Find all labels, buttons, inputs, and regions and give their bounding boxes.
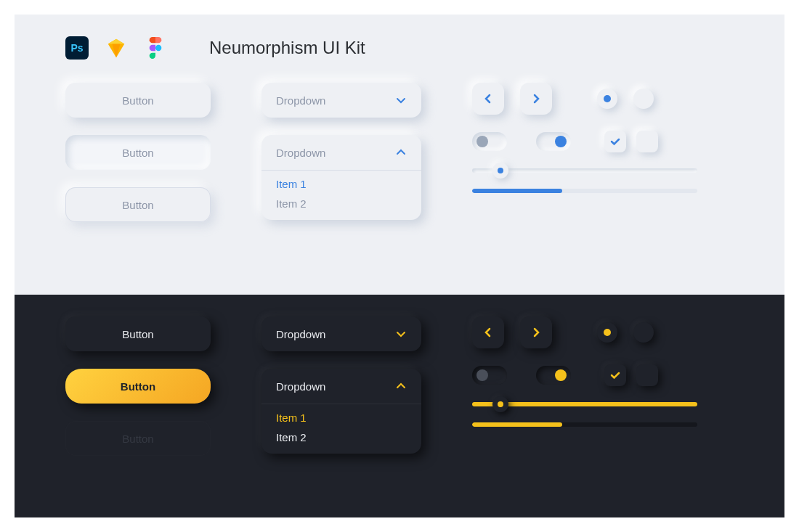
chevron-left-icon bbox=[482, 93, 494, 105]
chevron-down-icon bbox=[395, 328, 407, 340]
dark-theme-panel: Button Button Button Dropdown Dropdown bbox=[15, 295, 784, 517]
radio-unselected[interactable] bbox=[633, 322, 654, 343]
checkbox-unchecked[interactable] bbox=[636, 364, 658, 386]
dropdown-closed[interactable]: Dropdown bbox=[261, 316, 421, 351]
figma-icon bbox=[144, 36, 167, 60]
chevron-right-icon bbox=[530, 327, 542, 338]
dropdown-open[interactable]: Dropdown Item 1 Item 2 bbox=[261, 369, 421, 454]
light-theme-panel: Ps Neumorphism UI Kit Button Button bbox=[15, 15, 784, 295]
dropdown-item[interactable]: Item 2 bbox=[276, 190, 407, 210]
progress-fill bbox=[472, 422, 562, 427]
toggle-off[interactable] bbox=[472, 366, 507, 385]
button-outline[interactable]: Button bbox=[65, 187, 211, 222]
button-pressed[interactable]: Button bbox=[65, 135, 211, 170]
toggle-off[interactable] bbox=[472, 132, 507, 151]
checkbox-unchecked[interactable] bbox=[636, 131, 658, 152]
slider[interactable] bbox=[472, 402, 697, 406]
svg-point-3 bbox=[155, 45, 161, 51]
check-icon bbox=[609, 136, 621, 147]
progress-bar bbox=[472, 189, 697, 193]
chevron-left-icon bbox=[482, 327, 494, 338]
next-button[interactable] bbox=[520, 83, 552, 115]
chevron-up-icon bbox=[395, 380, 407, 392]
sketch-icon bbox=[105, 36, 128, 60]
chevron-down-icon bbox=[395, 94, 407, 106]
dropdown-label: Dropdown bbox=[276, 94, 325, 107]
slider[interactable] bbox=[472, 168, 697, 173]
check-icon bbox=[609, 369, 621, 381]
next-button[interactable] bbox=[520, 316, 552, 348]
kit-title: Neumorphism UI Kit bbox=[209, 38, 365, 58]
prev-button[interactable] bbox=[472, 316, 504, 348]
dropdown-item[interactable]: Item 1 bbox=[276, 171, 407, 190]
chevron-up-icon bbox=[395, 147, 407, 158]
dropdown-item[interactable]: Item 2 bbox=[276, 424, 407, 443]
slider-thumb[interactable] bbox=[492, 396, 508, 412]
toggle-on[interactable] bbox=[536, 366, 571, 385]
progress-fill bbox=[472, 189, 562, 193]
slider-thumb[interactable] bbox=[492, 163, 508, 179]
button-default[interactable]: Button bbox=[65, 83, 211, 118]
dropdown-label: Dropdown bbox=[276, 380, 325, 393]
header: Ps Neumorphism UI Kit bbox=[65, 36, 734, 60]
button-disabled: Button bbox=[65, 421, 211, 456]
dropdown-closed[interactable]: Dropdown bbox=[261, 83, 421, 118]
photoshop-icon: Ps bbox=[65, 36, 89, 60]
dropdown-open[interactable]: Dropdown Item 1 Item 2 bbox=[261, 135, 421, 220]
radio-selected[interactable] bbox=[597, 322, 617, 343]
button-active[interactable]: Button bbox=[65, 369, 211, 404]
radio-unselected[interactable] bbox=[633, 89, 654, 109]
progress-bar bbox=[472, 422, 697, 427]
svg-marker-1 bbox=[108, 39, 125, 44]
button-default[interactable]: Button bbox=[65, 316, 211, 351]
checkbox-checked[interactable] bbox=[604, 364, 626, 386]
dropdown-label: Dropdown bbox=[276, 147, 325, 159]
dropdown-item[interactable]: Item 1 bbox=[276, 404, 407, 424]
chevron-right-icon bbox=[530, 93, 542, 105]
radio-selected[interactable] bbox=[597, 89, 617, 109]
prev-button[interactable] bbox=[472, 83, 504, 115]
checkbox-checked[interactable] bbox=[604, 131, 626, 152]
dropdown-label: Dropdown bbox=[276, 328, 325, 340]
toggle-on[interactable] bbox=[536, 132, 571, 151]
